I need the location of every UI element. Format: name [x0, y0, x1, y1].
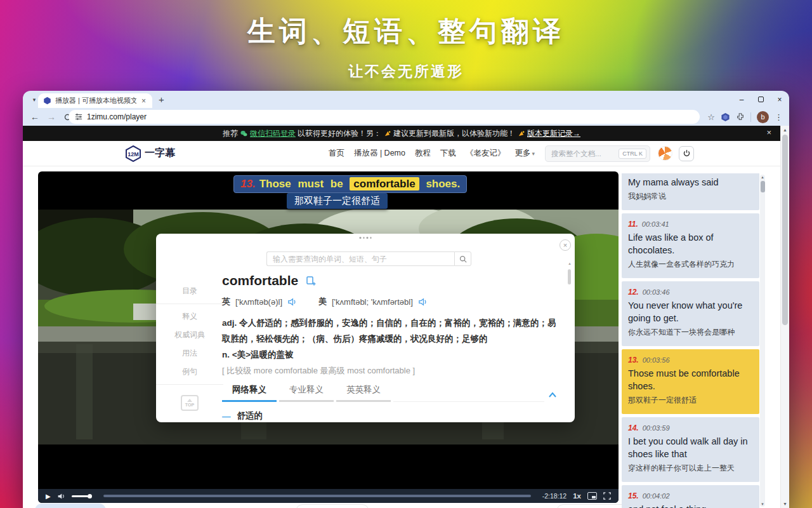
drag-handle[interactable] — [360, 237, 372, 239]
toc-item[interactable]: 权威词典 — [156, 326, 223, 344]
search-shortcut-badge: CTRL K — [619, 149, 646, 159]
user-avatar[interactable] — [658, 146, 672, 161]
logout-power-button[interactable] — [679, 146, 694, 161]
nav-item[interactable]: 首页 — [329, 148, 344, 159]
zimu-extension-icon[interactable] — [721, 112, 730, 122]
add-to-wordbook-icon[interactable] — [306, 276, 317, 286]
scrollbar-thumb[interactable] — [782, 135, 788, 325]
definition-tab[interactable]: 网络释义 — [222, 384, 277, 402]
notice-middle: 以获得更好的体验！另： — [298, 128, 381, 139]
bottom-action-pill[interactable] — [35, 504, 106, 508]
definition-tab[interactable]: 专业释义 — [279, 384, 334, 402]
subtitle-list-item[interactable]: 13.00:03:56Those must be comfortable sho… — [622, 349, 759, 414]
scroll-down-arrow-icon[interactable]: ▼ — [781, 502, 789, 506]
toc-item[interactable]: 用法 — [156, 344, 223, 363]
subtitle-list-item[interactable]: 11.00:03:41Life was like a box of chocol… — [622, 213, 759, 278]
volume-slider[interactable] — [72, 494, 92, 498]
definition-tabs: 网络释义专业释义英英释义 — [222, 384, 557, 402]
subtitle-timestamp: 00:03:41 — [642, 220, 669, 228]
close-window-button[interactable]: × — [770, 95, 789, 104]
page-scrollbar[interactable]: ▲ ▼ — [780, 126, 789, 508]
volume-icon[interactable] — [57, 492, 65, 500]
video-subtitle-en[interactable]: 13.Those must be comfortable shoes. — [233, 175, 467, 193]
bottom-action-pill[interactable] — [296, 504, 369, 508]
subtitle-text-before[interactable]: Those must be — [259, 178, 343, 190]
fullscreen-icon[interactable] — [603, 492, 611, 500]
browser-toolbar: ← → 1zimu.com/player ☆ b ⋮ — [23, 108, 789, 126]
dictionary-search-button[interactable] — [454, 251, 471, 266]
subtitle-word-highlighted[interactable]: comfortable — [350, 177, 419, 190]
maximize-button[interactable] — [751, 95, 770, 104]
subtitle-english[interactable]: and not feel a thing. — [628, 503, 753, 508]
subtitle-list-item[interactable]: My mama always said我妈妈常说 — [622, 173, 759, 210]
brand-logo-icon: 12M — [126, 145, 141, 162]
scroll-up-arrow-icon[interactable]: ▲ — [781, 128, 789, 132]
definition-tab[interactable]: 英英释义 — [336, 384, 391, 402]
scroll-up-arrow-icon[interactable]: ▲ — [760, 175, 765, 179]
subtitle-english[interactable]: Those must be comfortable shoes. — [628, 367, 753, 392]
forward-icon[interactable]: → — [47, 112, 56, 122]
back-icon[interactable]: ← — [30, 112, 39, 122]
subtitle-english[interactable]: My mama always said — [628, 176, 753, 189]
minimize-button[interactable]: – — [732, 95, 751, 104]
bookmark-star-icon[interactable]: ☆ — [707, 112, 715, 122]
uk-audio-icon[interactable] — [287, 297, 297, 307]
extensions-puzzle-icon[interactable] — [736, 112, 745, 121]
site-search-input[interactable] — [551, 150, 619, 157]
definition-adj: adj. 令人舒适的；感到舒服的，安逸的；自信的，自在的；富裕的，宽裕的；满意的… — [222, 315, 557, 347]
subtitle-english[interactable]: Life was like a box of chocolates. — [628, 231, 753, 257]
scrollbar-thumb[interactable] — [568, 269, 571, 284]
definition-noun: n. <美>温暖的盖被 — [222, 347, 557, 363]
scroll-down-arrow-icon[interactable]: ▼ — [760, 502, 765, 506]
site-settings-icon[interactable] — [75, 113, 82, 121]
dictionary-search-input[interactable] — [266, 251, 454, 266]
site-search[interactable]: CTRL K — [545, 145, 650, 162]
subtitle-meta: 15.00:04:02 — [628, 490, 753, 501]
search-icon — [459, 255, 467, 263]
subtitle-text-after[interactable]: shoes. — [426, 178, 460, 190]
scrollbar-thumb[interactable] — [761, 181, 765, 192]
subtitle-list-scrollbar[interactable]: ▲ ▼ — [760, 175, 765, 507]
chevron-down-icon: ▾ — [532, 150, 535, 157]
nav-item[interactable]: 教程 — [415, 148, 431, 159]
profile-avatar[interactable]: b — [757, 111, 769, 123]
nav-item[interactable]: 更多▾ — [514, 148, 535, 159]
hero-subtitle: 让不会无所遁形 — [0, 62, 812, 81]
playback-speed-button[interactable]: 1x — [573, 492, 581, 500]
url-bar[interactable]: 1zimu.com/player — [69, 110, 700, 124]
new-tab-button[interactable]: + — [159, 94, 164, 105]
browser-tab[interactable]: 播放器 | 可播放本地视频文件 - × — [38, 93, 152, 108]
nav-item[interactable]: 《老友记》 — [466, 148, 506, 159]
uk-phonetic: ['kʌmftəb(ə)l] — [235, 297, 282, 307]
subtitle-list-item[interactable]: 15.00:04:02and not feel a thing.脚都不会痛 — [622, 485, 759, 508]
subtitle-timestamp: 00:03:46 — [643, 288, 670, 296]
changelog-link[interactable]: 版本更新记录→ — [527, 128, 580, 139]
browser-menu-icon[interactable]: ⋮ — [775, 112, 783, 122]
collapse-chevron-up-icon[interactable] — [548, 392, 557, 398]
tab-close-icon[interactable]: × — [140, 97, 147, 105]
wechat-login-link[interactable]: 微信扫码登录 — [250, 128, 296, 139]
us-audio-icon[interactable] — [418, 297, 428, 307]
nav-item[interactable]: 播放器 | Demo — [354, 148, 405, 159]
subtitle-chinese: 我妈妈常说 — [628, 191, 753, 201]
pip-icon[interactable] — [587, 492, 597, 500]
seek-bar[interactable] — [103, 495, 531, 497]
nav-item[interactable]: 下载 — [440, 148, 456, 159]
subtitle-sidebar: My mama always said我妈妈常说11.00:03:41Life … — [622, 173, 766, 508]
scroll-to-top-button[interactable]: TOP — [181, 395, 199, 411]
toc-item[interactable]: 释义 — [156, 307, 223, 326]
toc-item[interactable]: 例句 — [156, 363, 223, 381]
dictionary-close-icon[interactable]: × — [560, 239, 571, 251]
brand[interactable]: 12M 一字幕 — [126, 145, 175, 162]
subtitle-meta: 11.00:03:41 — [628, 218, 753, 229]
notice-close-icon[interactable]: × — [766, 128, 771, 137]
dictionary-scrollbar[interactable]: ▲ — [568, 268, 572, 416]
subtitle-english[interactable]: You never know what you're going to get. — [628, 299, 753, 324]
caret-up-icon — [187, 399, 192, 402]
toc-item[interactable]: 目录 — [156, 282, 223, 300]
subtitle-english[interactable]: I bet you could walk all day in shoes li… — [628, 435, 753, 460]
play-icon[interactable]: ▶ — [46, 493, 51, 500]
scroll-up-arrow-icon[interactable]: ▲ — [568, 262, 572, 265]
subtitle-list-item[interactable]: 12.00:03:46You never know what you're go… — [622, 281, 759, 346]
subtitle-list-item[interactable]: 14.00:03:59I bet you could walk all day … — [622, 417, 759, 482]
